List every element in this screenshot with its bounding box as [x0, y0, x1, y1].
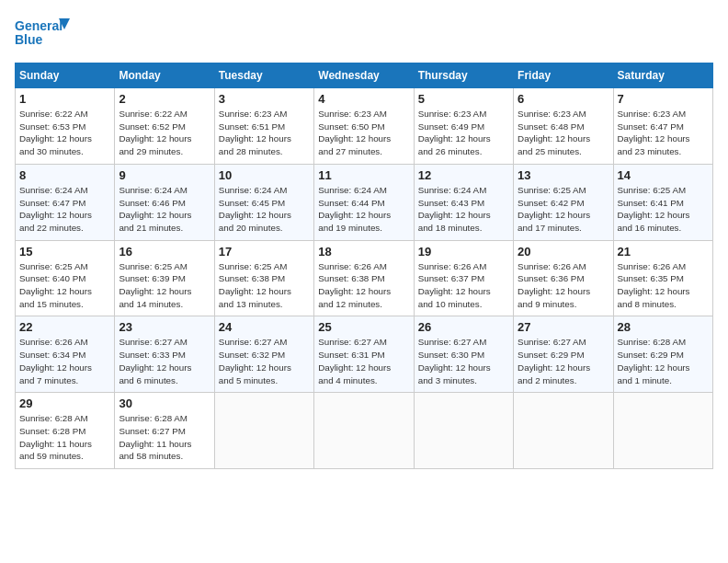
calendar-cell: 17Sunrise: 6:25 AM Sunset: 6:38 PM Dayli… — [214, 240, 313, 316]
day-info: Sunrise: 6:25 AM Sunset: 6:40 PM Dayligh… — [19, 260, 110, 311]
day-number: 28 — [618, 320, 709, 334]
day-info: Sunrise: 6:25 AM Sunset: 6:38 PM Dayligh… — [219, 260, 310, 311]
day-info: Sunrise: 6:27 AM Sunset: 6:29 PM Dayligh… — [518, 336, 609, 386]
calendar-cell: 8Sunrise: 6:24 AM Sunset: 6:47 PM Daylig… — [16, 164, 115, 240]
calendar-cell: 15Sunrise: 6:25 AM Sunset: 6:40 PM Dayli… — [16, 240, 115, 316]
day-number: 9 — [119, 168, 210, 182]
day-number: 8 — [19, 168, 110, 182]
calendar-cell: 22Sunrise: 6:26 AM Sunset: 6:34 PM Dayli… — [16, 316, 115, 393]
column-header-tuesday: Tuesday — [214, 63, 313, 88]
day-info: Sunrise: 6:25 AM Sunset: 6:42 PM Dayligh… — [518, 184, 609, 235]
calendar-cell: 21Sunrise: 6:26 AM Sunset: 6:35 PM Dayli… — [613, 240, 712, 316]
day-number: 15 — [19, 245, 110, 259]
calendar-week-row: 29Sunrise: 6:28 AM Sunset: 6:28 PM Dayli… — [16, 393, 713, 469]
day-number: 25 — [318, 320, 409, 334]
day-number: 11 — [318, 168, 409, 182]
calendar-cell: 16Sunrise: 6:25 AM Sunset: 6:39 PM Dayli… — [115, 240, 214, 316]
day-number: 26 — [418, 320, 509, 334]
calendar-week-row: 15Sunrise: 6:25 AM Sunset: 6:40 PM Dayli… — [16, 240, 713, 316]
day-info: Sunrise: 6:26 AM Sunset: 6:34 PM Dayligh… — [19, 336, 110, 386]
calendar-cell: 3Sunrise: 6:23 AM Sunset: 6:51 PM Daylig… — [214, 88, 313, 165]
day-info: Sunrise: 6:23 AM Sunset: 6:50 PM Dayligh… — [318, 108, 409, 158]
day-number: 30 — [119, 396, 210, 410]
calendar-cell: 28Sunrise: 6:28 AM Sunset: 6:29 PM Dayli… — [613, 316, 712, 393]
calendar-cell: 11Sunrise: 6:24 AM Sunset: 6:44 PM Dayli… — [314, 164, 414, 240]
calendar-cell — [514, 393, 613, 469]
calendar-cell: 27Sunrise: 6:27 AM Sunset: 6:29 PM Dayli… — [514, 316, 613, 393]
calendar-cell: 24Sunrise: 6:27 AM Sunset: 6:32 PM Dayli… — [214, 316, 313, 393]
day-info: Sunrise: 6:24 AM Sunset: 6:43 PM Dayligh… — [418, 184, 509, 235]
calendar-cell: 1Sunrise: 6:22 AM Sunset: 6:53 PM Daylig… — [16, 88, 115, 165]
day-number: 1 — [19, 92, 110, 106]
day-number: 23 — [119, 320, 210, 334]
calendar-cell: 9Sunrise: 6:24 AM Sunset: 6:46 PM Daylig… — [115, 164, 214, 240]
column-header-saturday: Saturday — [613, 63, 712, 88]
day-info: Sunrise: 6:26 AM Sunset: 6:35 PM Dayligh… — [618, 260, 709, 311]
logo-svg: GeneralBlue — [15, 15, 70, 52]
day-info: Sunrise: 6:23 AM Sunset: 6:48 PM Dayligh… — [518, 108, 609, 158]
calendar-cell: 19Sunrise: 6:26 AM Sunset: 6:37 PM Dayli… — [414, 240, 513, 316]
calendar-cell: 13Sunrise: 6:25 AM Sunset: 6:42 PM Dayli… — [514, 164, 613, 240]
svg-text:Blue: Blue — [15, 32, 43, 47]
day-info: Sunrise: 6:27 AM Sunset: 6:32 PM Dayligh… — [219, 336, 310, 386]
day-info: Sunrise: 6:26 AM Sunset: 6:38 PM Dayligh… — [318, 260, 409, 311]
calendar-cell: 25Sunrise: 6:27 AM Sunset: 6:31 PM Dayli… — [314, 316, 414, 393]
day-info: Sunrise: 6:23 AM Sunset: 6:51 PM Dayligh… — [219, 108, 310, 158]
day-info: Sunrise: 6:25 AM Sunset: 6:39 PM Dayligh… — [119, 260, 210, 311]
calendar-cell: 6Sunrise: 6:23 AM Sunset: 6:48 PM Daylig… — [514, 88, 613, 165]
calendar-cell: 20Sunrise: 6:26 AM Sunset: 6:36 PM Dayli… — [514, 240, 613, 316]
day-number: 27 — [518, 320, 609, 334]
day-number: 29 — [19, 396, 110, 410]
calendar-cell: 7Sunrise: 6:23 AM Sunset: 6:47 PM Daylig… — [613, 88, 712, 165]
day-number: 18 — [318, 245, 409, 259]
calendar-cell: 23Sunrise: 6:27 AM Sunset: 6:33 PM Dayli… — [115, 316, 214, 393]
calendar-week-row: 1Sunrise: 6:22 AM Sunset: 6:53 PM Daylig… — [16, 88, 713, 165]
svg-text:General: General — [15, 18, 63, 33]
day-number: 3 — [219, 92, 310, 106]
day-info: Sunrise: 6:22 AM Sunset: 6:52 PM Dayligh… — [119, 108, 210, 158]
day-info: Sunrise: 6:28 AM Sunset: 6:27 PM Dayligh… — [119, 412, 210, 463]
column-header-friday: Friday — [514, 63, 613, 88]
calendar-cell: 5Sunrise: 6:23 AM Sunset: 6:49 PM Daylig… — [414, 88, 513, 165]
day-info: Sunrise: 6:26 AM Sunset: 6:36 PM Dayligh… — [518, 260, 609, 311]
day-info: Sunrise: 6:28 AM Sunset: 6:28 PM Dayligh… — [19, 412, 110, 463]
page-header: GeneralBlue — [15, 15, 713, 52]
day-info: Sunrise: 6:24 AM Sunset: 6:47 PM Dayligh… — [19, 184, 110, 235]
calendar-cell: 10Sunrise: 6:24 AM Sunset: 6:45 PM Dayli… — [214, 164, 313, 240]
day-info: Sunrise: 6:27 AM Sunset: 6:33 PM Dayligh… — [119, 336, 210, 386]
day-number: 4 — [318, 92, 409, 106]
column-header-sunday: Sunday — [16, 63, 115, 88]
day-info: Sunrise: 6:27 AM Sunset: 6:30 PM Dayligh… — [418, 336, 509, 386]
calendar-cell: 30Sunrise: 6:28 AM Sunset: 6:27 PM Dayli… — [115, 393, 214, 469]
day-info: Sunrise: 6:22 AM Sunset: 6:53 PM Dayligh… — [19, 108, 110, 158]
calendar-table: SundayMondayTuesdayWednesdayThursdayFrid… — [15, 63, 713, 469]
calendar-cell: 26Sunrise: 6:27 AM Sunset: 6:30 PM Dayli… — [414, 316, 513, 393]
day-number: 19 — [418, 245, 509, 259]
day-number: 10 — [219, 168, 310, 182]
day-info: Sunrise: 6:24 AM Sunset: 6:45 PM Dayligh… — [219, 184, 310, 235]
day-number: 2 — [119, 92, 210, 106]
day-info: Sunrise: 6:25 AM Sunset: 6:41 PM Dayligh… — [618, 184, 709, 235]
logo: GeneralBlue — [15, 15, 70, 52]
day-info: Sunrise: 6:28 AM Sunset: 6:29 PM Dayligh… — [618, 336, 709, 386]
calendar-week-row: 22Sunrise: 6:26 AM Sunset: 6:34 PM Dayli… — [16, 316, 713, 393]
calendar-cell — [613, 393, 712, 469]
calendar-cell: 12Sunrise: 6:24 AM Sunset: 6:43 PM Dayli… — [414, 164, 513, 240]
day-info: Sunrise: 6:24 AM Sunset: 6:46 PM Dayligh… — [119, 184, 210, 235]
calendar-header-row: SundayMondayTuesdayWednesdayThursdayFrid… — [16, 63, 713, 88]
day-number: 12 — [418, 168, 509, 182]
column-header-wednesday: Wednesday — [314, 63, 414, 88]
day-info: Sunrise: 6:24 AM Sunset: 6:44 PM Dayligh… — [318, 184, 409, 235]
column-header-monday: Monday — [115, 63, 214, 88]
calendar-cell: 14Sunrise: 6:25 AM Sunset: 6:41 PM Dayli… — [613, 164, 712, 240]
calendar-cell: 18Sunrise: 6:26 AM Sunset: 6:38 PM Dayli… — [314, 240, 414, 316]
day-number: 6 — [518, 92, 609, 106]
day-number: 21 — [618, 245, 709, 259]
calendar-cell — [414, 393, 513, 469]
day-number: 14 — [618, 168, 709, 182]
calendar-cell: 4Sunrise: 6:23 AM Sunset: 6:50 PM Daylig… — [314, 88, 414, 165]
calendar-cell: 2Sunrise: 6:22 AM Sunset: 6:52 PM Daylig… — [115, 88, 214, 165]
calendar-week-row: 8Sunrise: 6:24 AM Sunset: 6:47 PM Daylig… — [16, 164, 713, 240]
column-header-thursday: Thursday — [414, 63, 513, 88]
day-number: 13 — [518, 168, 609, 182]
